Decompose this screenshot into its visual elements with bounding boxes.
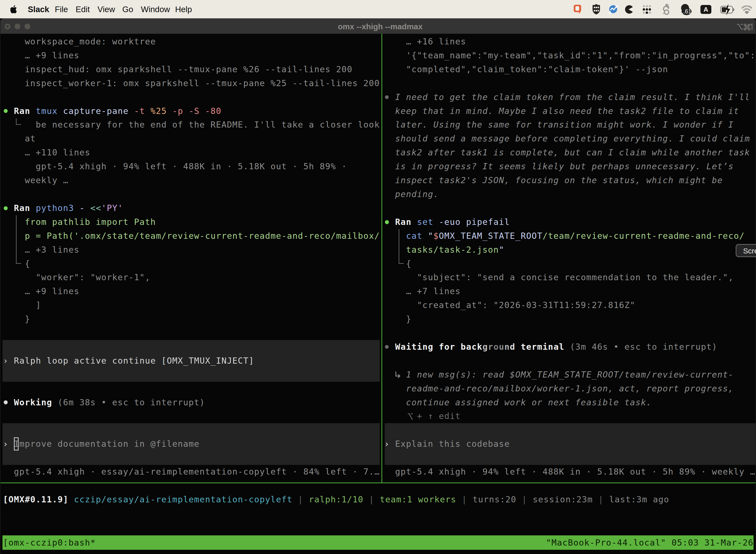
svg-text:A: A: [704, 6, 708, 13]
svg-text:..61: ..61: [682, 8, 691, 15]
